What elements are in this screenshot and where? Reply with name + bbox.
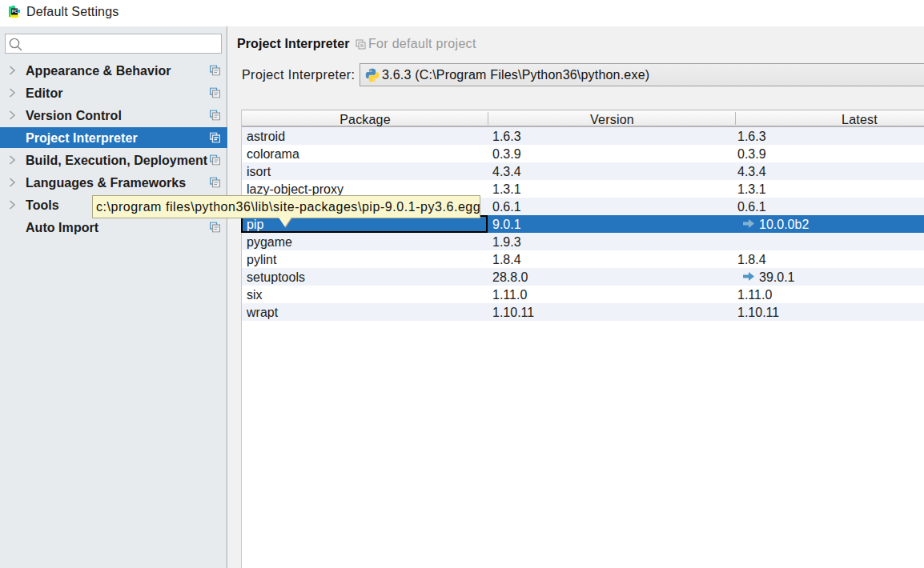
svg-text:PC: PC: [12, 9, 18, 14]
